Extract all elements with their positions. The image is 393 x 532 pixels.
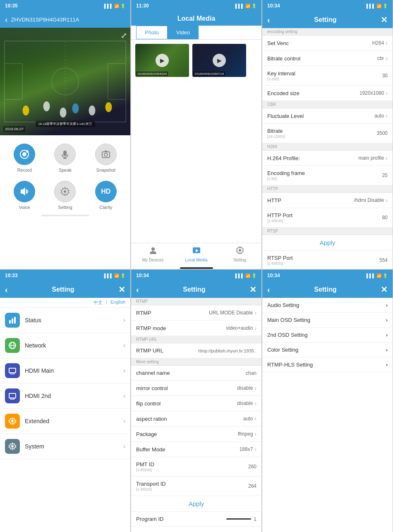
chevron-buffer: › — [254, 446, 256, 453]
battery-icon-p3: 🔋 — [383, 4, 388, 8]
home-indicator — [41, 215, 89, 216]
play-button-1[interactable]: ▶ — [156, 54, 169, 67]
svg-point-9 — [89, 105, 96, 115]
clarity-button[interactable]: HD — [95, 181, 117, 202]
back-button-p5[interactable]: ‹ — [136, 285, 139, 295]
status-icons-p6: ▌▌▌ 📶 🔋 — [367, 273, 388, 278]
snapshot-control[interactable]: Snapshot — [95, 144, 117, 173]
back-button-p4[interactable]: ‹ — [5, 285, 8, 295]
2nd-osd-row[interactable]: 2nd OSD Setting › — [262, 328, 393, 343]
rtmp-title: Setting — [139, 286, 249, 293]
rtmp-url-row[interactable]: RTMP URL rtmp://publish.myun.tv:1935.. — [131, 343, 261, 358]
set-venc-row[interactable]: Set Venc H264› — [262, 36, 393, 51]
rtsp-port-row[interactable]: RTSP Port[1-65535] 554 — [262, 251, 393, 269]
expand-icon[interactable]: ⤢ — [121, 31, 127, 40]
clarity-control[interactable]: HD Clarity — [95, 181, 117, 210]
menu-item-status[interactable]: Status › — [0, 308, 130, 333]
media-thumb-1[interactable]: ▶ 2019040910354329 — [135, 44, 189, 77]
aspect-ratio-row[interactable]: aspect ration auto› — [131, 411, 261, 427]
bitrate-control-row[interactable]: Bitrate control cbr› — [262, 51, 393, 66]
flip-control-row[interactable]: flip control disable› — [131, 396, 261, 411]
battery-icon-p2: 🔋 — [252, 4, 256, 8]
speak-button[interactable] — [54, 144, 76, 165]
media-thumb-2[interactable]: ▶ 2019040910390719 — [192, 44, 246, 77]
pmt-id-row[interactable]: PMT ID[1-65535] 260 — [131, 457, 261, 477]
nav-my-devices[interactable]: My Devices — [131, 246, 175, 262]
program-id-slider[interactable] — [226, 518, 251, 520]
clarity-label: Clarity — [99, 205, 112, 210]
lang-chinese[interactable]: 中文 — [93, 300, 103, 306]
transport-id-label: Transport ID[1-65520] — [136, 481, 166, 491]
h264-profile-row[interactable]: H.264 Profile: main profile› — [262, 151, 393, 166]
transport-id-row[interactable]: Transport ID[1-65520] 264 — [131, 477, 261, 496]
chevron-flip: › — [254, 400, 256, 407]
setting-button[interactable] — [54, 181, 76, 202]
tab-photo[interactable]: Photo — [136, 26, 168, 39]
svg-rect-19 — [105, 151, 107, 152]
aspect-ratio-value: auto› — [243, 415, 256, 422]
chevron-color: › — [386, 347, 388, 353]
setting-control[interactable]: Setting — [54, 181, 76, 210]
speak-control[interactable]: Speak — [54, 144, 76, 173]
battery-icon: 🔋 — [120, 4, 125, 8]
nav-local-media[interactable]: Local Media — [175, 246, 218, 262]
color-setting-row[interactable]: Color Setting › — [262, 343, 393, 357]
play-button-2[interactable]: ▶ — [213, 54, 226, 67]
fluctuate-row[interactable]: Fluctuate Level auto› — [262, 108, 393, 124]
aspect-ratio-label: aspect ration — [136, 416, 167, 422]
menu-item-hdmi-2nd[interactable]: HDMI 2nd › — [0, 383, 130, 409]
fluctuate-label: Fluctuate Level — [267, 113, 304, 119]
http-port-row[interactable]: HTTP Port[1-65535] 80 — [262, 208, 393, 228]
back-button-p6[interactable]: ‹ — [267, 285, 270, 295]
thumb-label-1: 2019040910354329 — [136, 72, 168, 76]
svg-rect-29 — [9, 320, 11, 324]
program-id-row[interactable]: Program ID 1 — [131, 512, 261, 527]
menu-item-network[interactable]: Network › — [0, 333, 130, 358]
setting-label: Setting — [58, 205, 72, 210]
mirror-control-row[interactable]: mirror control disable› — [131, 381, 261, 396]
close-button-p3[interactable]: ✕ — [381, 15, 388, 25]
voice-button[interactable] — [14, 181, 35, 202]
menu-item-system[interactable]: System › — [0, 434, 130, 459]
back-button-p3[interactable]: ‹ — [267, 15, 270, 25]
battery-icon-p4: 🔋 — [120, 273, 125, 278]
encoding-frame-row[interactable]: Encoding frame[1-60] 25 — [262, 166, 393, 185]
mirror-control-label: mirror control — [136, 385, 168, 391]
nav-setting[interactable]: Setting — [218, 246, 261, 262]
lang-english[interactable]: English — [110, 300, 125, 306]
record-control[interactable]: Record — [14, 144, 35, 173]
settings-menu-title: Setting — [8, 286, 118, 293]
apply-button-p3[interactable]: Apply — [262, 235, 393, 251]
main-osd-row[interactable]: Main OSD Setting › — [262, 313, 393, 328]
http-row[interactable]: HTTP /hdmi Disable› — [262, 193, 393, 208]
color-audio-header: ‹ Setting ✕ — [262, 281, 393, 298]
package-row[interactable]: Package ffmpeg› — [131, 427, 261, 442]
close-button-p6[interactable]: ✕ — [381, 285, 388, 295]
record-button[interactable] — [14, 144, 35, 165]
package-label: Package — [136, 431, 157, 437]
tab-video[interactable]: Video — [168, 26, 199, 39]
apply-button-p5[interactable]: Apply — [131, 496, 261, 512]
close-button-p4[interactable]: ✕ — [118, 285, 125, 295]
status-bar-p3: 10:34 ▌▌▌ 📶 🔋 — [262, 0, 393, 12]
key-interval-row[interactable]: Key interval[1-200] 30 — [262, 66, 393, 86]
voice-control[interactable]: Voice — [14, 181, 35, 210]
snapshot-button[interactable] — [95, 144, 117, 165]
rtmp-hls-row[interactable]: RTMP-HLS Setting › — [262, 357, 393, 372]
video-container[interactable]: 2019.06.07 16-18第季半决赛季半决赛3-1AC米兰 ⤢ — [0, 28, 130, 135]
section-rtmp: RTMP — [131, 298, 261, 305]
rtmp-row[interactable]: RTMP URL MODE Disable› — [131, 305, 261, 321]
bitrate-row[interactable]: Bitrate[16-12000] 3500 — [262, 124, 393, 143]
encoded-size-row[interactable]: Encoded size 1920x1080› — [262, 86, 393, 101]
rtmp-mode-row[interactable]: RTMP mode video+audio› — [131, 321, 261, 336]
svg-point-28 — [239, 249, 241, 252]
audio-setting-row[interactable]: Audio Setting › — [262, 298, 393, 313]
nav-local-media-label: Local Media — [185, 258, 208, 262]
menu-item-extended[interactable]: Extended › — [0, 409, 130, 434]
close-button-p5[interactable]: ✕ — [249, 285, 256, 295]
menu-item-hdmi-main[interactable]: HDMI Main › — [0, 358, 130, 383]
video-header: ‹ ZHVDN31SP9H4G43R111A — [0, 12, 130, 28]
buffer-mode-row[interactable]: Buffer Mode 188x7› — [131, 442, 261, 457]
back-button[interactable]: ‹ — [5, 15, 8, 24]
channel-name-row[interactable]: channel name chan — [131, 366, 261, 381]
